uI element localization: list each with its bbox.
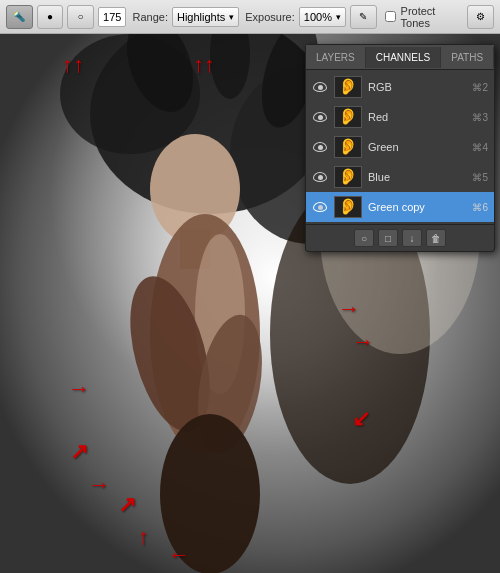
- arrow-2: ↑: [193, 52, 215, 78]
- channel-shortcut-green: ⌘4: [472, 142, 488, 153]
- airbrush-btn[interactable]: ✎: [350, 5, 377, 29]
- channel-name-red: Red: [368, 111, 466, 123]
- arrow-6: →: [68, 376, 90, 402]
- brush-size-value[interactable]: 175: [98, 7, 127, 27]
- channel-name-rgb: RGB: [368, 81, 466, 93]
- eye-icon-red: [313, 112, 327, 122]
- thumb-ear-red: 👂: [338, 109, 358, 125]
- channel-thumb-green: 👂: [334, 136, 362, 158]
- arrow-9: →: [88, 472, 110, 498]
- arrow-12: ←: [168, 542, 190, 568]
- channel-row-green[interactable]: 👂 Green ⌘4: [306, 132, 494, 162]
- settings-btn[interactable]: ⚙: [467, 5, 494, 29]
- thumb-ear-rgb: 👂: [338, 79, 358, 95]
- tab-channels[interactable]: CHANNELS: [366, 47, 441, 68]
- channel-visibility-red[interactable]: [312, 109, 328, 125]
- thumb-ear-blue: 👂: [338, 169, 358, 185]
- channel-visibility-blue[interactable]: [312, 169, 328, 185]
- panel-menu-button[interactable]: ≡: [494, 45, 500, 69]
- dodge-tool-btn[interactable]: 🔦: [6, 5, 33, 29]
- channel-thumb-rgb: 👂: [334, 76, 362, 98]
- footer-circle-btn[interactable]: ○: [354, 229, 374, 247]
- exposure-select-value: 100%: [304, 11, 332, 23]
- arrow-8: ↗: [70, 439, 88, 465]
- channel-shortcut-rgb: ⌘2: [472, 82, 488, 93]
- burn-tool-btn[interactable]: ●: [37, 5, 64, 29]
- range-label: Range:: [132, 11, 167, 23]
- channel-thumb-red: 👂: [334, 106, 362, 128]
- exposure-label: Exposure:: [245, 11, 295, 23]
- protect-tones-group: Protect Tones: [385, 5, 464, 29]
- range-select-value: Highlights: [177, 11, 225, 23]
- thumb-ear-green: 👂: [338, 139, 358, 155]
- panel-tab-bar: LAYERS CHANNELS PATHS ≡: [306, 45, 494, 70]
- channel-name-green: Green: [368, 141, 466, 153]
- panel-footer: ○ □ ↓ 🗑: [306, 224, 494, 251]
- footer-trash-btn[interactable]: 🗑: [426, 229, 446, 247]
- channel-thumb-green-copy: 👂: [334, 196, 362, 218]
- canvas-area: ↑ ↑ ↑ → → → ↙ ↗ → ↗ ↑ ← LAYERS CHANNELS …: [0, 34, 500, 573]
- footer-square-btn[interactable]: □: [378, 229, 398, 247]
- eye-icon-rgb: [313, 82, 327, 92]
- channel-shortcut-green-copy: ⌘6: [472, 202, 488, 213]
- eye-icon-green: [313, 142, 327, 152]
- arrow-1: ↑: [62, 52, 84, 78]
- tab-layers[interactable]: LAYERS: [306, 47, 366, 68]
- channel-shortcut-blue: ⌘5: [472, 172, 488, 183]
- arrow-7: ↙: [352, 406, 370, 432]
- range-select[interactable]: Highlights: [172, 7, 239, 27]
- footer-save-btn[interactable]: ↓: [402, 229, 422, 247]
- channel-visibility-rgb[interactable]: [312, 79, 328, 95]
- channel-row-green-copy[interactable]: 👂 Green copy ⌘6: [306, 192, 494, 222]
- arrow-11: ↑: [138, 524, 149, 550]
- channel-name-green-copy: Green copy: [368, 201, 466, 213]
- tab-paths[interactable]: PATHS: [441, 47, 494, 68]
- toolbar: 🔦 ● ○ 175 Range: Highlights Exposure: 10…: [0, 0, 500, 34]
- protect-tones-label: Protect Tones: [401, 5, 464, 29]
- channel-visibility-green-copy[interactable]: [312, 199, 328, 215]
- channel-thumb-blue: 👂: [334, 166, 362, 188]
- channel-row-blue[interactable]: 👂 Blue ⌘5: [306, 162, 494, 192]
- eye-icon-green-copy: [313, 202, 327, 212]
- eye-icon-blue: [313, 172, 327, 182]
- channels-panel: LAYERS CHANNELS PATHS ≡ 👂 RGB ⌘2: [305, 44, 495, 252]
- channel-name-blue: Blue: [368, 171, 466, 183]
- arrow-5: →: [352, 329, 374, 355]
- arrow-4: →: [338, 296, 360, 322]
- sponge-tool-btn[interactable]: ○: [67, 5, 94, 29]
- channel-shortcut-red: ⌘3: [472, 112, 488, 123]
- protect-tones-checkbox[interactable]: [385, 11, 396, 22]
- arrow-10: ↗: [118, 492, 136, 518]
- channel-list: 👂 RGB ⌘2 👂 Red ⌘3: [306, 70, 494, 224]
- channel-row-rgb[interactable]: 👂 RGB ⌘2: [306, 72, 494, 102]
- thumb-ear-green-copy: 👂: [338, 199, 358, 215]
- channel-visibility-green[interactable]: [312, 139, 328, 155]
- channel-row-red[interactable]: 👂 Red ⌘3: [306, 102, 494, 132]
- exposure-select[interactable]: 100%: [299, 7, 346, 27]
